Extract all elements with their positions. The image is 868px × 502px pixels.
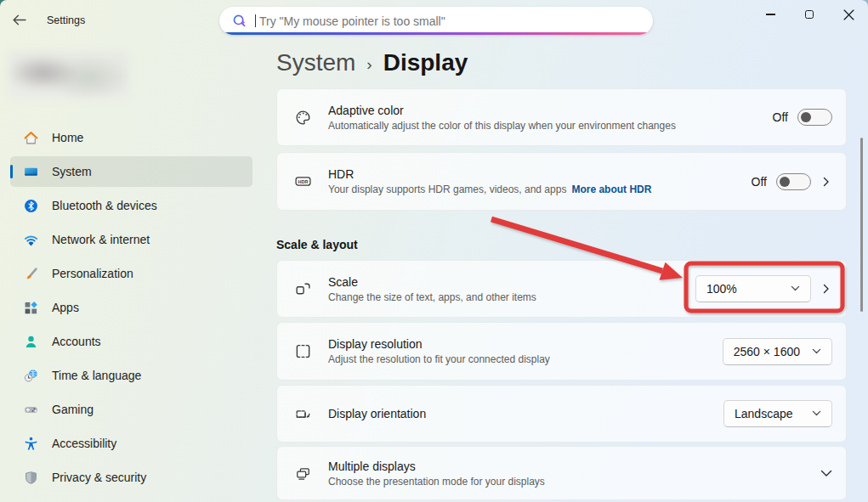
display-orientation-value: Landscape <box>735 407 793 420</box>
sidebar-item-system[interactable]: System <box>10 156 252 187</box>
setting-row-adaptive-color[interactable]: Adaptive color Automatically adjust the … <box>276 88 847 146</box>
scrollbar-thumb[interactable] <box>860 138 863 312</box>
palette-icon <box>277 109 328 127</box>
back-arrow-icon <box>12 13 26 27</box>
sidebar-nav: Home System Bluetooth & devices Net <box>10 122 252 493</box>
sidebar-item-bluetooth-devices[interactable]: Bluetooth & devices <box>10 190 252 221</box>
sidebar-item-label: Privacy & security <box>52 471 146 484</box>
setting-description: Automatically adjust the color of this d… <box>328 120 676 132</box>
search-box[interactable] <box>219 7 653 35</box>
setting-row-display-resolution[interactable]: Display resolution Adjust the resolution… <box>276 322 847 381</box>
toggle-knob <box>780 177 790 187</box>
toggle-state-label: Off <box>773 110 788 124</box>
maximize-button[interactable] <box>790 0 829 29</box>
display-orientation-dropdown[interactable]: Landscape <box>723 400 832 427</box>
scale-forward-chevron[interactable] <box>820 284 832 294</box>
scale-value: 100% <box>706 282 737 296</box>
close-button[interactable] <box>829 0 868 29</box>
setting-title: Display orientation <box>328 407 426 420</box>
sidebar-item-label: Accessibility <box>52 437 116 450</box>
adaptive-color-toggle[interactable] <box>797 109 832 126</box>
hdr-forward-chevron[interactable] <box>820 177 832 187</box>
setting-row-multiple-displays[interactable]: Multiple displays Choose the presentatio… <box>276 446 847 500</box>
setting-title: Display resolution <box>328 337 550 351</box>
sidebar-item-label: Time & language <box>52 369 141 382</box>
more-about-hdr-link[interactable]: More about HDR <box>571 183 651 195</box>
sidebar-item-gaming[interactable]: Gaming <box>10 394 252 425</box>
sidebar-item-home[interactable]: Home <box>10 122 252 153</box>
setting-description: Adjust the resolution to fit your connec… <box>328 353 550 365</box>
selected-accent-bar <box>10 165 13 178</box>
multiple-displays-expander[interactable] <box>820 470 832 477</box>
hdr-badge-icon: HDR <box>277 172 328 190</box>
setting-row-scale[interactable]: Scale Change the size of text, apps, and… <box>276 260 847 318</box>
sidebar-item-personalization[interactable]: Personalization <box>10 258 252 289</box>
display-resolution-dropdown[interactable]: 2560 × 1600 <box>723 338 832 365</box>
breadcrumb-separator: › <box>366 52 372 74</box>
paintbrush-icon <box>24 267 38 281</box>
sidebar-item-label: Accounts <box>52 335 101 348</box>
minimize-button[interactable] <box>751 0 790 29</box>
resolution-icon <box>277 342 328 360</box>
multiple-displays-icon <box>277 465 328 482</box>
hdr-toggle[interactable] <box>776 173 811 190</box>
setting-description: Your display supports HDR games, videos,… <box>328 183 651 195</box>
setting-row-hdr[interactable]: HDR HDR Your display supports HDR games,… <box>276 152 847 211</box>
display-resolution-value: 2560 × 1600 <box>734 345 800 358</box>
user-profile-blurred[interactable] <box>9 51 129 99</box>
toggle-state-label: Off <box>752 175 767 189</box>
maximize-icon <box>805 10 814 19</box>
svg-text:HDR: HDR <box>298 179 308 184</box>
sidebar-item-label: Network & internet <box>52 233 150 246</box>
system-icon <box>24 165 38 179</box>
sidebar: Home System Bluetooth & devices Net <box>0 41 264 502</box>
chevron-right-icon <box>823 284 830 294</box>
breadcrumb-parent[interactable]: System <box>276 49 355 76</box>
sidebar-item-label: Personalization <box>52 267 133 280</box>
person-icon <box>24 335 38 349</box>
sidebar-item-accessibility[interactable]: Accessibility <box>10 428 252 459</box>
hdr-description-text: Your display supports HDR games, videos,… <box>328 183 566 195</box>
sidebar-item-label: Bluetooth & devices <box>52 199 157 212</box>
chevron-down-icon <box>820 470 832 477</box>
sidebar-item-apps[interactable]: Apps <box>10 292 252 323</box>
chevron-down-icon <box>812 348 821 354</box>
sidebar-item-time-language[interactable]: Time & language <box>10 360 252 391</box>
setting-description: Change the size of text, apps, and other… <box>328 291 536 303</box>
sidebar-item-label: Home <box>52 131 83 144</box>
text-caret <box>255 14 256 27</box>
minimize-icon <box>766 14 775 14</box>
titlebar: Settings <box>0 0 868 41</box>
home-icon <box>24 131 38 145</box>
scale-icon <box>277 280 328 298</box>
chevron-right-icon <box>823 177 830 187</box>
shield-icon <box>24 471 38 485</box>
window-controls <box>751 0 868 29</box>
search-input[interactable] <box>258 14 641 29</box>
sidebar-item-privacy-security[interactable]: Privacy & security <box>10 462 252 493</box>
settings-window: Settings Home <box>0 0 868 502</box>
close-icon <box>843 9 854 20</box>
sidebar-item-network-internet[interactable]: Network & internet <box>10 224 252 255</box>
setting-title: Multiple displays <box>328 460 545 473</box>
sidebar-item-accounts[interactable]: Accounts <box>10 326 252 357</box>
orientation-icon <box>277 405 328 423</box>
app-title: Settings <box>47 14 85 26</box>
breadcrumb: System › Display <box>276 49 468 76</box>
bluetooth-icon <box>24 199 38 213</box>
setting-title: Adaptive color <box>328 104 676 117</box>
sidebar-item-label: Gaming <box>52 403 94 416</box>
setting-row-display-orientation[interactable]: Display orientation Landscape <box>276 385 847 443</box>
wifi-icon <box>24 233 38 247</box>
search-icon <box>231 13 248 30</box>
page-title: Display <box>383 49 468 76</box>
sidebar-item-label: Apps <box>52 301 79 314</box>
gamepad-icon <box>24 403 38 417</box>
scale-dropdown[interactable]: 100% <box>695 275 811 302</box>
setting-title: Scale <box>328 275 536 289</box>
clock-globe-icon <box>24 369 38 383</box>
chevron-down-icon <box>791 285 800 291</box>
accessibility-icon <box>24 437 38 451</box>
setting-title: HDR <box>328 167 651 181</box>
back-button[interactable] <box>12 13 29 28</box>
